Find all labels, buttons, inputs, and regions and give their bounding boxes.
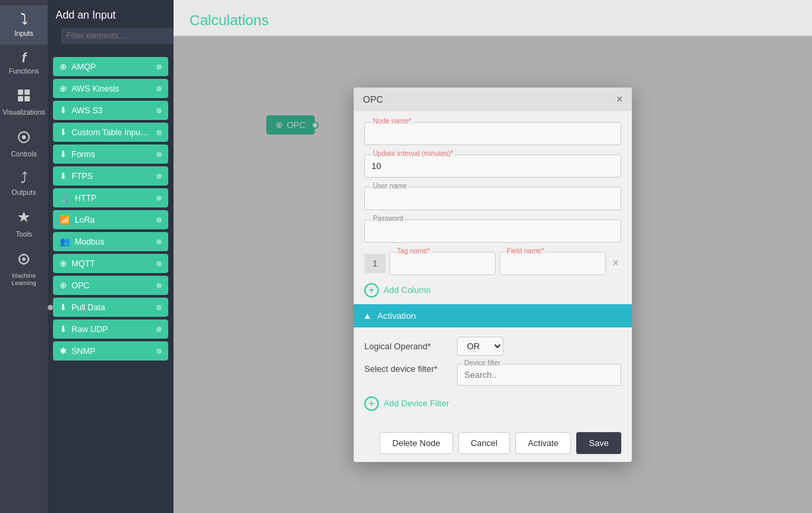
- list-item-label: AMQP: [72, 62, 96, 72]
- list-item-aws-kinesis[interactable]: ⊕ AWS Kinesis: [53, 79, 168, 98]
- sidebar-item-machine-learning[interactable]: Machine Learning: [0, 245, 48, 294]
- password-group: Password: [364, 219, 621, 243]
- list-item-http[interactable]: ⚓ HTTP: [53, 188, 168, 207]
- delete-node-button[interactable]: Delete Node: [380, 432, 452, 454]
- node-name-label: Node name*: [371, 117, 413, 125]
- sidebar-label-controls: Controls: [11, 150, 36, 158]
- tag-name-label: Tag name*: [395, 247, 432, 255]
- panel-filter-wrap: [54, 28, 167, 50]
- list-item-label: Modbus: [75, 237, 104, 247]
- sidebar-item-functions[interactable]: f Functions: [0, 44, 48, 82]
- user-name-input[interactable]: [364, 187, 621, 210]
- sidebar-item-controls[interactable]: Controls: [0, 123, 48, 165]
- tag-delete-button[interactable]: ×: [610, 255, 621, 271]
- activate-button[interactable]: Activate: [515, 432, 571, 454]
- item-dot: [156, 86, 162, 91]
- item-dot: [156, 261, 162, 266]
- list-item-mqtt[interactable]: ⊕ MQTT: [53, 254, 168, 273]
- aws-kinesis-icon: ⊕: [60, 84, 67, 93]
- sidebar-item-tools[interactable]: Tools: [0, 203, 48, 245]
- sidebar-item-visualizations[interactable]: Visualizations: [0, 82, 48, 123]
- list-item-modbus[interactable]: 👥 Modbus: [53, 232, 168, 251]
- password-label: Password: [371, 214, 405, 222]
- list-item-amqp[interactable]: ⊕ AMQP: [53, 57, 168, 76]
- svg-point-5: [22, 135, 26, 139]
- update-interval-input[interactable]: [364, 154, 621, 178]
- amqp-icon: ⊕: [60, 62, 67, 72]
- add-device-filter-button[interactable]: + Add Device Filter: [364, 394, 449, 418]
- list-item-label: SNMP: [72, 347, 95, 356]
- item-dot: [156, 283, 162, 288]
- field-name-wrap: Field name*: [499, 252, 605, 275]
- mqtt-icon: ⊕: [60, 258, 67, 268]
- item-dot: [156, 305, 162, 310]
- tag-name-wrap: Tag name*: [389, 252, 495, 275]
- list-item-label: FTPS: [72, 172, 93, 181]
- logical-operand-select[interactable]: OR AND: [457, 337, 503, 356]
- field-name-input[interactable]: [499, 252, 605, 275]
- list-item-ftps[interactable]: ⬇ FTPS: [53, 166, 168, 186]
- tools-icon: [17, 210, 31, 227]
- activation-header[interactable]: ▲ Activation: [354, 304, 632, 327]
- list-item-label: AWS Kinesis: [72, 84, 119, 93]
- sidebar-item-inputs[interactable]: ⤵ Inputs: [0, 5, 48, 44]
- activation-arrow-icon: ▲: [363, 311, 372, 321]
- tag-name-input[interactable]: [389, 252, 495, 275]
- list-item-label: HTTP: [75, 194, 97, 203]
- item-dot: [156, 152, 162, 157]
- item-dot: [156, 108, 162, 113]
- controls-icon: [17, 130, 31, 147]
- main-area: Calculations ⊕ OPC OPC × Node name*: [174, 0, 812, 513]
- item-dot: [156, 327, 162, 332]
- raw-udp-icon: ⬇: [60, 324, 67, 334]
- modal-overlay: OPC × Node name* Update interval (minute…: [174, 36, 812, 513]
- list-item-forms[interactable]: ⬇ Forms: [53, 144, 168, 164]
- pull-data-icon: ⬇: [60, 302, 67, 312]
- svg-point-11: [28, 258, 30, 260]
- add-input-panel: Add an Input ⊕ AMQP ⊕ AWS Kinesis ⬇ AWS …: [48, 0, 174, 513]
- sidebar-label-visualizations: Visualizations: [3, 108, 45, 117]
- password-input[interactable]: [364, 219, 621, 243]
- modal-close-button[interactable]: ×: [617, 94, 623, 105]
- sidebar-label-functions: Functions: [9, 67, 39, 76]
- item-dot: [156, 239, 162, 245]
- activation-header-label: Activation: [377, 311, 416, 321]
- list-item-label: OPC: [72, 281, 89, 290]
- snmp-icon: ✱: [60, 346, 67, 356]
- svg-rect-1: [25, 89, 30, 95]
- inputs-icon: ⤵: [21, 12, 28, 27]
- sidebar-item-outputs[interactable]: ⤴ Outputs: [0, 164, 48, 203]
- functions-icon: f: [22, 51, 26, 64]
- save-button[interactable]: Save: [576, 432, 621, 454]
- list-item-label: LoRa: [75, 215, 95, 225]
- list-item-opc[interactable]: ⊕ OPC: [53, 276, 168, 295]
- modal-footer: Delete Node Cancel Activate Save: [354, 424, 632, 462]
- list-item-lora[interactable]: 📶 LoRa: [53, 210, 168, 229]
- item-dot: [156, 130, 162, 135]
- device-filter-input[interactable]: [457, 364, 621, 386]
- modal-body: Node name* Update interval (minutes)* Us…: [354, 111, 632, 424]
- list-item-label: AWS S3: [72, 106, 103, 115]
- outputs-icon: ⤴: [21, 171, 28, 186]
- filter-input[interactable]: [61, 28, 174, 44]
- sidebar-label-inputs: Inputs: [15, 29, 34, 38]
- list-item-aws-s3[interactable]: ⬇ AWS S3: [53, 101, 168, 120]
- cancel-button[interactable]: Cancel: [458, 432, 510, 454]
- node-name-input[interactable]: [364, 122, 621, 145]
- add-device-label: Add Device Filter: [383, 398, 449, 408]
- list-item-custom-table[interactable]: ⬇ Custom Table Inpu…: [53, 123, 168, 142]
- svg-point-9: [23, 262, 25, 264]
- tag-row: 1 Tag name* Field name* ×: [364, 252, 621, 275]
- sidebar-label-outputs: Outputs: [12, 188, 36, 197]
- logical-operand-label: Logical Operand*: [364, 341, 450, 351]
- add-column-button[interactable]: + Add Column: [364, 280, 431, 304]
- machine-learning-icon: [17, 252, 31, 269]
- list-item-raw-udp[interactable]: ⬇ Raw UDP: [53, 319, 168, 339]
- http-icon: ⚓: [60, 193, 70, 203]
- user-name-group: User name: [364, 187, 621, 210]
- list-item-label: Pull Data: [72, 303, 105, 312]
- add-device-icon: +: [364, 396, 379, 411]
- list-item-snmp[interactable]: ✱ SNMP: [53, 341, 168, 361]
- list-item-pull-data[interactable]: ⬇ Pull Data: [53, 298, 168, 317]
- update-interval-group: Update interval (minutes)*: [364, 154, 621, 178]
